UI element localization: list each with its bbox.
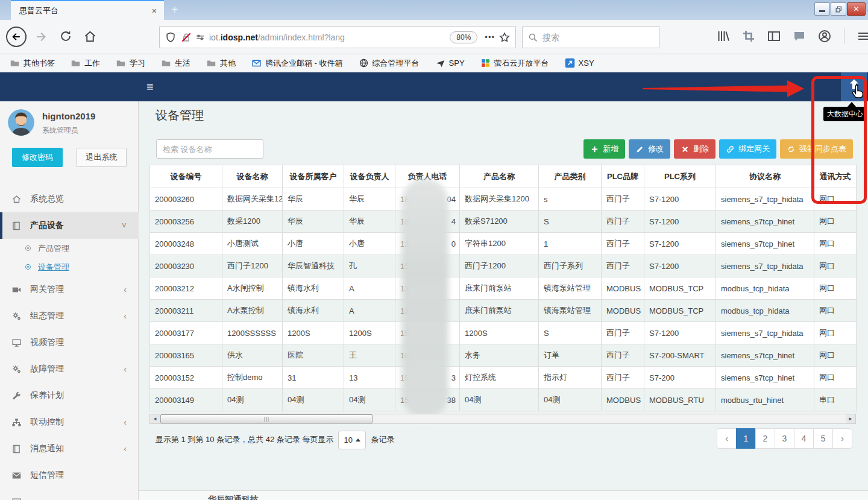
sidebar-subitem-label: 设备管理 xyxy=(38,262,69,273)
page-prev-button[interactable]: ‹ xyxy=(717,428,737,449)
device-search-input[interactable] xyxy=(156,139,263,159)
url-bar[interactable]: iot.idosp.net/admin/index.html?lang 80% … xyxy=(159,26,516,48)
sidebar-item-网关管理[interactable]: 网关管理‹ xyxy=(0,276,139,303)
bookmark-item[interactable]: 综合管理平台 xyxy=(359,58,420,69)
window-close-button[interactable]: ✕ xyxy=(847,2,866,16)
screenshot-crop-icon[interactable] xyxy=(741,29,756,43)
page-size-select[interactable]: 10 xyxy=(338,431,366,449)
bookmark-item[interactable]: 生活 xyxy=(161,58,190,69)
page-button-1[interactable]: 1 xyxy=(736,428,756,449)
permissions-icon[interactable] xyxy=(195,32,206,43)
action-button-label: 删除 xyxy=(693,144,709,154)
sidebar-subitem-设备管理[interactable]: 设备管理 xyxy=(0,258,139,276)
sidebar-item-产品设备[interactable]: 产品设备˅ xyxy=(0,212,139,239)
page-button-2[interactable]: 2 xyxy=(755,428,775,449)
table-row[interactable]: 200003152控制demo3113153灯控系统指示灯西门子S7-200si… xyxy=(150,367,857,389)
page-next-button[interactable]: › xyxy=(832,428,852,449)
table-row[interactable]: 2000031771200SSSSSS1200S1200S151200SS西门子… xyxy=(150,322,857,344)
bookmark-item[interactable]: 其他书签 xyxy=(10,58,55,69)
scroll-left-arrow[interactable]: ◄ xyxy=(150,414,160,423)
action-button-删除[interactable]: 删除 xyxy=(674,139,715,159)
table-row[interactable]: 200003256数采1200华辰华辰184数采S71200S西门子S7-120… xyxy=(150,210,857,233)
scroll-right-arrow[interactable]: ► xyxy=(846,414,855,423)
bookmark-item[interactable]: 萤石云开放平台 xyxy=(480,58,549,69)
home-button[interactable] xyxy=(83,30,97,43)
sidebar-item-组态管理[interactable]: 组态管理‹ xyxy=(0,303,139,329)
column-header-产品名称[interactable]: 产品名称 xyxy=(460,165,539,188)
tab-close-icon[interactable]: × xyxy=(149,6,159,16)
column-header-PLC品牌[interactable]: PLC品牌 xyxy=(602,165,644,188)
window-restore-button[interactable] xyxy=(831,2,846,16)
cell-code: 200003165 xyxy=(150,344,222,367)
column-header-设备名称[interactable]: 设备名称 xyxy=(222,165,283,188)
url-text[interactable]: iot.idosp.net/admin/index.html?lang xyxy=(209,33,446,42)
bookmark-item[interactable]: SPY xyxy=(435,58,465,68)
cell-customer: 华辰 xyxy=(283,210,344,233)
new-tab-button[interactable]: + xyxy=(171,2,178,17)
bookmark-item[interactable]: 其他 xyxy=(206,58,236,69)
column-header-协议名称[interactable]: 协议名称 xyxy=(716,165,814,188)
sidebar-item-视频管理[interactable]: 视频管理 xyxy=(0,329,139,356)
browser-search-bar[interactable] xyxy=(522,26,659,48)
action-button-修改[interactable]: 修改 xyxy=(629,139,670,159)
action-button-绑定网关[interactable]: 绑定网关 xyxy=(719,139,776,159)
library-icon[interactable] xyxy=(716,29,731,43)
sidebar-toggle-icon[interactable]: ≡ xyxy=(146,79,154,95)
column-header-设备所属客户[interactable]: 设备所属客户 xyxy=(283,165,344,188)
sidebar-item-短信管理[interactable]: 短信管理 xyxy=(0,462,139,489)
sidebar-item-联动控制[interactable]: 联动控制‹ xyxy=(0,409,139,435)
change-password-button[interactable]: 修改密码 xyxy=(12,148,63,167)
chat-bubble-icon[interactable] xyxy=(792,29,807,43)
column-header-设备编号[interactable]: 设备编号 xyxy=(150,165,222,188)
browser-tab[interactable]: 思普云平台 × xyxy=(11,0,164,20)
bookmark-item[interactable]: 腾讯企业邮箱 - 收件箱 xyxy=(251,58,343,69)
table-row[interactable]: 20000314904测04测04测153804测04测MODBUSMODBUS… xyxy=(150,389,857,411)
column-header-通讯方式[interactable]: 通讯方式 xyxy=(814,165,857,188)
insecure-lock-icon[interactable] xyxy=(180,31,192,43)
page-actions-icon[interactable]: ••• xyxy=(485,33,495,42)
cell-series: S7-200-SMART xyxy=(644,344,716,367)
sidebars-icon[interactable] xyxy=(767,29,781,43)
menu-hamburger-icon[interactable] xyxy=(857,30,868,43)
horizontal-scrollbar[interactable]: ◄ ► xyxy=(149,414,856,424)
table-row[interactable]: 200003248小唐测试小唐小唐130字符串12001西门子S7-1200si… xyxy=(150,233,857,255)
cell-comm: 网口 xyxy=(814,210,857,233)
window-minimize-button[interactable] xyxy=(814,2,830,16)
action-button-新增[interactable]: 新增 xyxy=(583,139,625,159)
column-header-PLC系列[interactable]: PLC系列 xyxy=(644,165,716,188)
sidebar-item-clipped[interactable] xyxy=(0,489,139,500)
page-button-4[interactable]: 4 xyxy=(794,428,814,449)
table-row[interactable]: 200003260数据网关采集1200华辰华辰1804数据网关采集1200s西门… xyxy=(150,188,857,210)
page-button-3[interactable]: 3 xyxy=(775,428,794,449)
column-header-设备负责人[interactable]: 设备负责人 xyxy=(344,165,395,188)
scrollbar-thumb[interactable] xyxy=(160,414,373,423)
sidebar-item-消息通知[interactable]: 消息通知‹ xyxy=(0,435,139,462)
tracking-shield-icon[interactable] xyxy=(165,31,177,43)
sidebar-item-保养计划[interactable]: 保养计划 xyxy=(0,382,139,409)
forward-button[interactable] xyxy=(34,30,48,44)
table-row[interactable]: 200003165供水医院王18水务订单西门子S7-200-SMARTsieme… xyxy=(150,344,857,367)
browser-search-input[interactable] xyxy=(542,33,633,42)
bookmark-item[interactable]: XSY xyxy=(565,58,594,68)
refresh-button[interactable] xyxy=(59,30,72,43)
sidebar-item-故障管理[interactable]: 故障管理‹ xyxy=(0,356,139,382)
page-button-5[interactable]: 5 xyxy=(813,428,833,449)
cell-brand: MODBUS xyxy=(602,300,644,322)
bookmark-item[interactable]: 学习 xyxy=(116,58,145,69)
bookmark-star-icon[interactable] xyxy=(498,31,511,43)
table-row[interactable]: 200003211A水泵控制镇海水利A13庶来门前泵站镇海泵站管理MODBUSM… xyxy=(150,300,857,322)
video-icon xyxy=(11,285,22,295)
back-button[interactable] xyxy=(6,27,27,47)
plus-icon xyxy=(590,145,599,154)
cell-customer: 小唐 xyxy=(283,233,344,255)
column-header-产品类别[interactable]: 产品类别 xyxy=(539,165,602,188)
logout-button[interactable]: 退出系统 xyxy=(77,148,127,167)
table-row[interactable]: 200003230西门子1200华辰智通科技孔15西门子1200西门子系列西门子… xyxy=(150,255,857,277)
table-row[interactable]: 200003212A水闸控制镇海水利A13庶来门前泵站镇海泵站管理MODBUSM… xyxy=(150,277,857,300)
bookmark-item[interactable]: 工作 xyxy=(71,58,100,69)
zoom-level-badge[interactable]: 80% xyxy=(450,31,477,43)
sidebar-item-系统总览[interactable]: 系统总览 xyxy=(0,186,139,212)
action-button-强制同步点表[interactable]: 强制同步点表 xyxy=(780,139,853,159)
account-icon[interactable] xyxy=(817,29,832,43)
sidebar-subitem-产品管理[interactable]: 产品管理 xyxy=(0,239,139,258)
